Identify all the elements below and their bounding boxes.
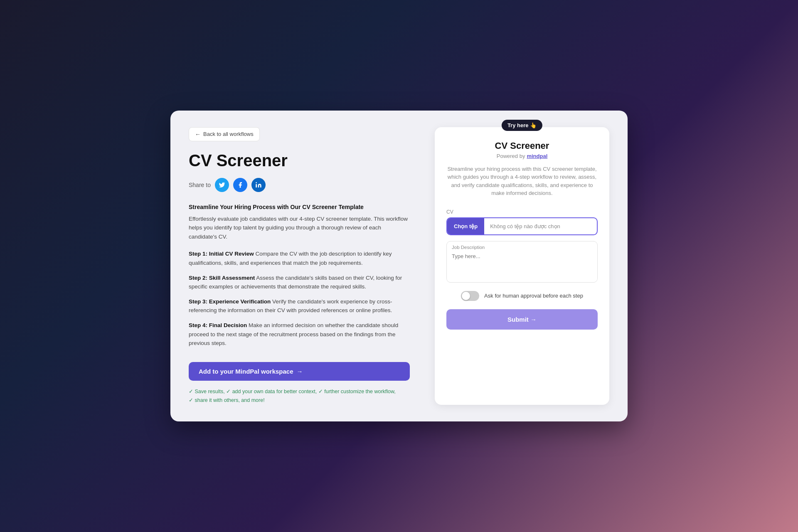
facebook-share-button[interactable] [233, 178, 247, 192]
powered-row: Powered by mindpal [446, 153, 598, 159]
share-label: Share to [189, 182, 211, 188]
add-to-workspace-button[interactable]: Add to your MindPal workspace → [189, 362, 410, 381]
description: Effortlessly evaluate job candidates wit… [189, 214, 410, 241]
approval-text: Ask for human approval before each step [484, 293, 583, 299]
step-1: Step 1: Initial CV Review Compare the CV… [189, 249, 410, 267]
step-2: Step 2: Skill Assessment Assess the cand… [189, 273, 410, 291]
linkedin-icon [255, 182, 262, 188]
submit-button[interactable]: Submit → [446, 309, 598, 330]
arrow-icon: → [297, 368, 303, 375]
right-column: Try here 👆 CV Screener Powered by mindpa… [435, 127, 609, 405]
facebook-icon [237, 182, 244, 188]
back-arrow-icon: ← [195, 131, 201, 138]
mindpal-link[interactable]: mindpal [527, 153, 547, 159]
benefits-list: ✓ Save results, ✓ add your own data for … [189, 387, 410, 405]
main-card: ← Back to all workflows CV Screener Shar… [170, 111, 628, 422]
approval-toggle[interactable] [461, 291, 479, 301]
twitter-icon [219, 182, 225, 188]
toggle-knob [462, 292, 470, 300]
benefit-1: ✓ Save results, ✓ add your own data for … [189, 387, 410, 396]
file-input-row: Chọn tệp Không có tệp nào được chọn [446, 217, 598, 235]
step-1-label: Step 1: Initial CV Review [189, 251, 254, 257]
svg-point-0 [256, 182, 257, 183]
step-2-label: Step 2: Skill Assessment [189, 275, 255, 281]
try-here-text: Try here 👆 [507, 122, 537, 128]
step-3: Step 3: Experience Verification Verify t… [189, 297, 410, 315]
panel-title: CV Screener [446, 140, 598, 151]
twitter-share-button[interactable] [215, 178, 229, 192]
share-row: Share to [189, 178, 410, 192]
powered-by-label: Powered by [497, 153, 525, 159]
back-button[interactable]: ← Back to all workflows [189, 127, 260, 141]
job-description-container: Job Description [446, 241, 598, 283]
page-title: CV Screener [189, 151, 410, 170]
choose-file-button[interactable]: Chọn tệp [447, 218, 484, 234]
file-placeholder: Không có tệp nào được chọn [484, 218, 597, 234]
linkedin-share-button[interactable] [251, 178, 266, 192]
right-panel: CV Screener Powered by mindpal Streamlin… [435, 127, 609, 405]
try-here-badge: Try here 👆 [502, 120, 542, 131]
step-4: Step 4: Final Decision Make an informed … [189, 321, 410, 348]
benefit-2: ✓ share it with others, and more! [189, 396, 410, 405]
left-column: ← Back to all workflows CV Screener Shar… [189, 127, 410, 405]
panel-description: Streamline your hiring process with this… [446, 165, 598, 197]
submit-label: Submit → [507, 316, 537, 323]
cv-label: CV [446, 209, 598, 215]
job-description-label: Job Description [447, 241, 597, 251]
human-approval-row: Ask for human approval before each step [446, 291, 598, 301]
step-3-label: Step 3: Experience Verification [189, 298, 271, 305]
step-4-label: Step 4: Final Decision [189, 322, 247, 328]
section-heading: Streamline Your Hiring Process with Our … [189, 204, 410, 210]
job-description-input[interactable] [447, 251, 597, 281]
add-to-workspace-label: Add to your MindPal workspace [199, 368, 293, 375]
back-button-label: Back to all workflows [203, 131, 254, 137]
